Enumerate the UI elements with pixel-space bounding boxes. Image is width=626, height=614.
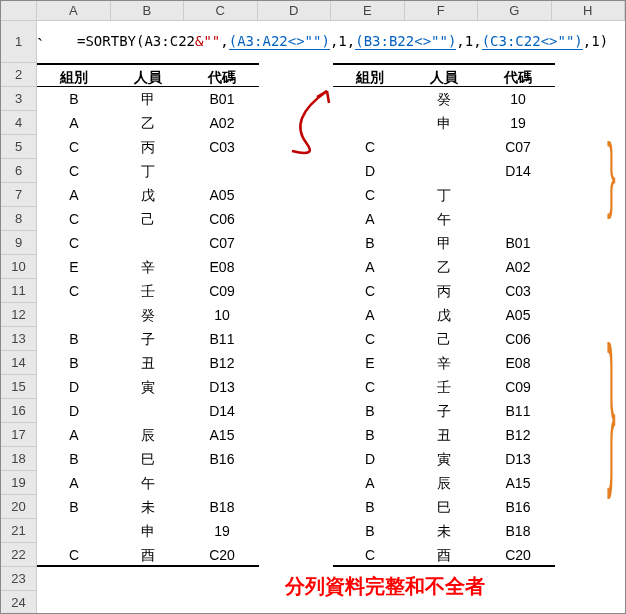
table-cell[interactable]: 寅 [407,447,481,471]
table-cell[interactable]: 丁 [111,159,185,183]
row-header[interactable]: 15 [1,375,37,399]
table-cell[interactable]: 19 [481,111,555,135]
table-cell[interactable]: B [333,399,407,423]
table-cell[interactable]: A05 [481,303,555,327]
table-cell[interactable]: C09 [481,375,555,399]
table-cell[interactable]: B [37,351,111,375]
table-cell[interactable]: C06 [185,207,259,231]
table-cell[interactable]: C07 [481,135,555,159]
row-header[interactable]: 20 [1,495,37,519]
row-header[interactable]: 24 [1,591,37,614]
table-cell[interactable]: A [37,111,111,135]
row-header[interactable]: 21 [1,519,37,543]
table-cell[interactable]: C09 [185,279,259,303]
table-cell[interactable]: 己 [407,327,481,351]
table-cell[interactable]: 辛 [111,255,185,279]
table-cell[interactable]: 辰 [111,423,185,447]
cell-area[interactable]: ` =SORTBY(A3:C22&"",(A3:A22<>""),1,(B3:B… [37,21,625,613]
table-cell[interactable] [333,87,407,111]
table-cell[interactable] [111,399,185,423]
table-cell[interactable] [481,207,555,231]
table-cell[interactable] [37,303,111,327]
table-cell[interactable] [185,159,259,183]
table-cell[interactable]: 壬 [407,375,481,399]
table-cell[interactable]: B16 [481,495,555,519]
row-header[interactable]: 16 [1,399,37,423]
column-header[interactable]: A [37,1,111,21]
select-all-corner[interactable] [1,1,37,21]
table-cell[interactable]: 子 [407,399,481,423]
table-cell[interactable]: 丙 [407,279,481,303]
table-cell[interactable]: B12 [481,423,555,447]
row-header[interactable]: 17 [1,423,37,447]
row-header[interactable]: 13 [1,327,37,351]
table-cell[interactable]: 戊 [407,303,481,327]
table-cell[interactable] [481,183,555,207]
table-cell[interactable] [37,519,111,543]
table-cell[interactable]: B [333,231,407,255]
table-cell[interactable]: E [333,351,407,375]
table-cell[interactable]: C [333,327,407,351]
table-cell[interactable]: 申 [407,111,481,135]
row-header[interactable]: 19 [1,471,37,495]
table-cell[interactable]: B [37,495,111,519]
column-header[interactable]: G [478,1,552,21]
table-cell[interactable]: 酉 [407,543,481,567]
table-cell[interactable]: E [37,255,111,279]
table-cell[interactable]: B01 [481,231,555,255]
table-cell[interactable]: C [37,207,111,231]
table-cell[interactable]: 酉 [111,543,185,567]
table-cell[interactable]: B01 [185,87,259,111]
table-cell[interactable]: 寅 [111,375,185,399]
table-cell[interactable]: B18 [185,495,259,519]
row-header[interactable]: 8 [1,207,37,231]
table-cell[interactable]: D14 [481,159,555,183]
table-cell[interactable]: 乙 [407,255,481,279]
row-header[interactable]: 1 [1,21,37,63]
row-header[interactable]: 2 [1,63,37,87]
table-cell[interactable]: 未 [407,519,481,543]
table-cell[interactable]: A [37,471,111,495]
table-cell[interactable] [111,231,185,255]
table-cell[interactable]: 丁 [407,183,481,207]
table-cell[interactable]: 甲 [407,231,481,255]
table-cell[interactable]: D [333,159,407,183]
table-cell[interactable]: 丑 [407,423,481,447]
table-cell[interactable]: C06 [481,327,555,351]
table-cell[interactable]: B [333,519,407,543]
table-cell[interactable]: A [333,303,407,327]
table-cell[interactable] [407,135,481,159]
table-cell[interactable]: 辛 [407,351,481,375]
row-header[interactable]: 4 [1,111,37,135]
table-cell[interactable]: C07 [185,231,259,255]
table-cell[interactable]: C03 [481,279,555,303]
row-header[interactable]: 3 [1,87,37,111]
table-cell[interactable]: A [333,471,407,495]
table-cell[interactable] [185,471,259,495]
table-cell[interactable]: C20 [185,543,259,567]
table-cell[interactable]: A [37,183,111,207]
table-cell[interactable]: 癸 [407,87,481,111]
table-cell[interactable]: A15 [481,471,555,495]
table-cell[interactable]: B [333,423,407,447]
table-cell[interactable]: 癸 [111,303,185,327]
table-cell[interactable]: 午 [111,471,185,495]
table-cell[interactable]: C [37,279,111,303]
table-cell[interactable]: D [37,399,111,423]
table-cell[interactable]: C [37,135,111,159]
table-cell[interactable]: E08 [185,255,259,279]
table-cell[interactable] [407,159,481,183]
table-cell[interactable]: 戊 [111,183,185,207]
table-cell[interactable]: A05 [185,183,259,207]
row-header[interactable]: 18 [1,447,37,471]
row-header[interactable]: 14 [1,351,37,375]
table-cell[interactable]: A [37,423,111,447]
table-cell[interactable]: A15 [185,423,259,447]
table-cell[interactable]: 丑 [111,351,185,375]
table-cell[interactable]: B16 [185,447,259,471]
table-cell[interactable]: 10 [185,303,259,327]
table-cell[interactable]: A [333,255,407,279]
table-cell[interactable]: C20 [481,543,555,567]
table-cell[interactable]: D [333,447,407,471]
column-header[interactable]: B [111,1,185,21]
